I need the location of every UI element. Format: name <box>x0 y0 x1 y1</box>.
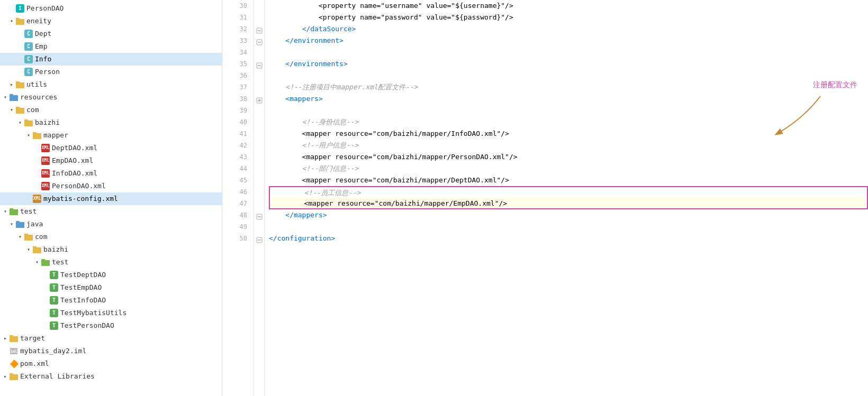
java_class-icon: C <box>24 30 33 38</box>
sidebar-item-java-test[interactable]: java <box>0 218 222 231</box>
code-line <box>269 105 868 116</box>
sidebar-item-mybatis-config[interactable]: XMLmybatis-config.xml <box>0 192 222 205</box>
fold-marker[interactable] <box>254 209 264 221</box>
fold-marker[interactable] <box>254 140 264 151</box>
file-tree[interactable]: IPersonDAOeneityCDeptCEmpCInfoCPersonuti… <box>0 0 222 396</box>
fold-marker[interactable] <box>254 23 264 35</box>
sidebar-item-deptDAO-xml[interactable]: XMLDeptDAO.xml <box>0 142 222 154</box>
fold-marker[interactable] <box>254 174 264 186</box>
svg-rect-27 <box>10 373 13 375</box>
sidebar-item-testMybatisUtils[interactable]: TTestMybatisUtils <box>0 307 222 319</box>
code-line: <property name="username" value="${usern… <box>269 0 868 12</box>
chevron-icon <box>8 221 15 227</box>
sidebar-item-testEmpDAO[interactable]: TTestEmpDAO <box>0 281 222 294</box>
line-number: 42 <box>222 140 251 151</box>
sidebar-item-testInfoDAO[interactable]: TTestInfoDAO <box>0 294 222 307</box>
code-line: <mapper resource="com/baizhi/mapper/Info… <box>269 128 868 140</box>
fold-marker[interactable] <box>254 163 264 174</box>
sidebar-item-utils[interactable]: utils <box>0 78 222 91</box>
fold-marker[interactable] <box>254 12 264 23</box>
line-number: 45 <box>222 174 251 186</box>
fold-marker[interactable] <box>254 81 264 93</box>
fold-marker[interactable] <box>254 221 264 233</box>
chevron-icon <box>25 246 32 253</box>
fold-marker[interactable] <box>254 93 264 105</box>
fold-marker[interactable] <box>254 105 264 116</box>
fold-marker[interactable] <box>254 58 264 70</box>
code-line: <mapper resource="com/baizhi/mapper/EmpD… <box>269 198 868 209</box>
sidebar-item-mapper-dir[interactable]: mapper <box>0 129 222 142</box>
chevron-icon <box>2 335 8 342</box>
fold-marker[interactable] <box>254 47 264 58</box>
sidebar-item-person-class[interactable]: CPerson <box>0 66 222 78</box>
svg-rect-9 <box>24 119 28 122</box>
sidebar-item-ext-libs[interactable]: External Libraries <box>0 370 222 383</box>
sidebar-item-label: mybatis-config.xml <box>43 193 118 205</box>
sidebar-item-com-test[interactable]: com <box>0 231 222 243</box>
sidebar-item-label: mapper <box>43 130 68 141</box>
line-number: 44 <box>222 163 251 174</box>
sidebar-item-testPersonDAO[interactable]: TTestPersonDAO <box>0 319 222 332</box>
folder_blue-icon <box>10 93 18 102</box>
java_class-icon: C <box>24 68 33 76</box>
svg-rect-21 <box>41 259 45 261</box>
code-line: <!--身份信息--> <box>269 116 868 128</box>
sidebar-item-pom-xml[interactable]: 🔶pom.xml <box>0 357 222 370</box>
code-line: </environment> <box>269 35 868 47</box>
code-line <box>269 221 868 233</box>
sidebar-item-baizhi-res[interactable]: baizhi <box>0 116 222 129</box>
line-number: 40 <box>222 116 251 128</box>
fold-marker[interactable] <box>254 233 264 244</box>
sidebar-item-dept-class[interactable]: CDept <box>0 27 222 40</box>
svg-rect-17 <box>24 234 28 236</box>
sidebar-item-label: TestInfoDAO <box>60 294 106 306</box>
code-line: <property name="password" value="${passw… <box>269 12 868 23</box>
sidebar-item-label: java <box>26 218 43 230</box>
sidebar-item-emp-class[interactable]: CEmp <box>0 40 222 53</box>
chevron-icon <box>17 119 23 126</box>
java_class-icon: C <box>24 42 33 51</box>
line-number: 38 <box>222 93 251 105</box>
sidebar-item-mybatis-iml[interactable]: imlmybatis_day2.iml <box>0 345 222 357</box>
chevron-icon <box>25 132 32 139</box>
sidebar-item-info-class[interactable]: CInfo <box>0 53 222 66</box>
sidebar-item-personDAO-xml[interactable]: XMLPersonDAO.xml <box>0 180 222 192</box>
sidebar-item-label: InfoDAO.xml <box>52 168 97 179</box>
pom-icon: 🔶 <box>10 360 18 368</box>
sidebar-item-label: PersonDAO <box>26 3 64 14</box>
sidebar-item-label: target <box>20 333 45 344</box>
sidebar-item-label: TestEmpDAO <box>60 282 102 293</box>
xml-icon: XML <box>41 156 50 165</box>
sidebar-item-label: DeptDAO.xml <box>52 142 97 154</box>
chevron-icon <box>17 234 23 240</box>
folder-icon <box>16 17 24 25</box>
fold-marker[interactable] <box>254 0 264 12</box>
sidebar-item-target[interactable]: target <box>0 332 222 345</box>
sidebar-item-com-res[interactable]: com <box>0 104 222 116</box>
sidebar-item-empDAO-xml[interactable]: XMLEmpDAO.xml <box>0 154 222 167</box>
svg-rect-7 <box>16 107 20 109</box>
code-line: <!--部门信息--> <box>269 163 868 174</box>
sidebar-item-test-dir[interactable]: test <box>0 256 222 269</box>
sidebar-item-resources[interactable]: resources <box>0 91 222 104</box>
fold-marker[interactable] <box>254 128 264 140</box>
fold-marker[interactable] <box>254 116 264 128</box>
sidebar-item-label: eneity <box>26 15 51 27</box>
sidebar-item-test[interactable]: test <box>0 205 222 218</box>
sidebar-item-label: Info <box>35 53 51 65</box>
fold-marker[interactable] <box>254 186 264 198</box>
sidebar-item-testDeptDAO[interactable]: TTestDeptDAO <box>0 269 222 281</box>
sidebar-item-label: Emp <box>35 41 47 52</box>
svg-rect-23 <box>10 335 13 337</box>
sidebar-item-infoDAO-xml[interactable]: XMLInfoDAO.xml <box>0 167 222 180</box>
folder-icon <box>33 131 41 140</box>
fold-marker[interactable] <box>254 70 264 81</box>
sidebar-item-label: test <box>52 256 68 268</box>
code-line: </dataSource> <box>269 23 868 35</box>
fold-marker[interactable] <box>254 198 264 209</box>
fold-marker[interactable] <box>254 35 264 47</box>
fold-marker[interactable] <box>254 151 264 163</box>
sidebar-item-eneity[interactable]: eneity <box>0 15 222 27</box>
sidebar-item-personDAO[interactable]: IPersonDAO <box>0 2 222 15</box>
sidebar-item-baizhi-test[interactable]: baizhi <box>0 243 222 256</box>
